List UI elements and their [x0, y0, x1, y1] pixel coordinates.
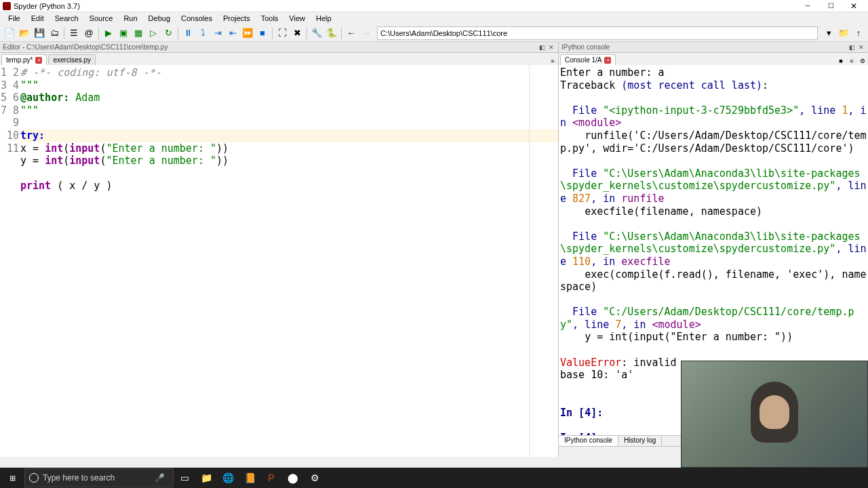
toolbar: 📄 📂 💾 🗂 ☰ @ ▶ ▣ ▦ ▷ ↻ ⏸ ⤵ ⇥ ⇤ ⏩ ■ ⛶ ✖ 🔧 …: [0, 24, 868, 42]
stop-icon[interactable]: ■: [256, 26, 269, 40]
path-dropdown-icon[interactable]: ▾: [822, 26, 835, 40]
menu-help[interactable]: Help: [311, 13, 337, 24]
editor-close-icon[interactable]: ✕: [547, 43, 555, 52]
search-placeholder: Type here to search: [43, 473, 115, 483]
editor-options-icon[interactable]: ◧: [538, 43, 546, 52]
console-stop-icon[interactable]: ■: [837, 57, 845, 65]
tab-browse-icon[interactable]: ≡: [549, 57, 557, 65]
forward-icon[interactable]: →: [359, 26, 373, 40]
tab-label: exercises.py: [53, 56, 91, 64]
spyder-taskbar-icon[interactable]: ⚙: [304, 468, 326, 488]
minimize-button[interactable]: ─: [799, 1, 816, 12]
maximize-button[interactable]: ☐: [822, 1, 840, 12]
menu-source[interactable]: Source: [84, 13, 119, 24]
tab-ipython-console[interactable]: IPython console: [559, 436, 618, 446]
titlebar: Spyder (Python 3.7) ─ ☐ ✕: [0, 0, 868, 12]
parent-dir-icon[interactable]: ↑: [852, 26, 865, 40]
new-file-icon[interactable]: 📄: [3, 26, 16, 40]
obs-icon[interactable]: ⬤: [282, 468, 304, 488]
tab-label: Console 1/A: [565, 56, 601, 64]
tab-console-1a[interactable]: Console 1/A ×: [560, 54, 616, 65]
tab-temp-py[interactable]: temp.py* ×: [1, 54, 47, 65]
run-selection-icon[interactable]: ▷: [146, 26, 160, 40]
code-area[interactable]: # -*- coding: utf-8 -*- """ @author: Ada…: [20, 65, 558, 457]
browse-dir-icon[interactable]: 📁: [837, 26, 850, 40]
windows-taskbar: ⊞ Type here to search 🎤 ▭ 📁 🌐 📙 P ⬤ ⚙: [0, 468, 868, 488]
sublime-icon[interactable]: 📙: [239, 468, 260, 488]
editor-tabs: temp.py* × exercises.py ≡: [0, 53, 558, 65]
line-gutter: 1 2 3 4 5 6 7 8 9 10 11: [0, 65, 20, 457]
webcam-overlay: [681, 361, 868, 468]
python-path-icon[interactable]: 🐍: [325, 26, 338, 40]
editor-pane-header: Editor - C:\Users\Adam\Desktop\CSC111\co…: [0, 42, 558, 53]
maximize-pane-icon[interactable]: ⛶: [275, 26, 289, 40]
ipython-pane-title: IPython console: [561, 43, 846, 51]
step-over-icon[interactable]: ⤵: [196, 26, 210, 40]
console-gear-icon[interactable]: ⚙: [859, 57, 867, 65]
menu-view[interactable]: View: [283, 13, 311, 24]
rerun-icon[interactable]: ↻: [161, 26, 175, 40]
run-cell-advance-icon[interactable]: ▦: [132, 26, 145, 40]
console-options-icon[interactable]: ≡: [848, 57, 856, 65]
menu-tools[interactable]: Tools: [256, 13, 284, 24]
editor-pane-title: Editor - C:\Users\Adam\Desktop\CSC111\co…: [3, 43, 536, 51]
open-file-icon[interactable]: 📂: [18, 26, 31, 40]
close-button[interactable]: ✕: [845, 1, 863, 12]
cortana-icon: [29, 473, 39, 483]
menu-search[interactable]: Search: [50, 13, 84, 24]
window-title: Spyder (Python 3.7): [14, 2, 799, 10]
powerpoint-icon[interactable]: P: [260, 468, 282, 488]
menu-consoles[interactable]: Consoles: [176, 13, 218, 24]
menu-debug[interactable]: Debug: [143, 13, 176, 24]
list-icon[interactable]: ☰: [67, 26, 81, 40]
menu-file[interactable]: File: [3, 13, 26, 24]
fullscreen-icon[interactable]: ✖: [290, 26, 304, 40]
chrome-icon[interactable]: 🌐: [217, 468, 239, 488]
file-explorer-icon[interactable]: 📁: [195, 468, 217, 488]
tab-close-icon[interactable]: ×: [35, 57, 42, 64]
menubar: File Edit Search Source Run Debug Consol…: [0, 12, 868, 24]
preferences-icon[interactable]: 🔧: [310, 26, 323, 40]
tab-exercises-py[interactable]: exercises.py: [48, 54, 96, 65]
continue-icon[interactable]: ⏩: [241, 26, 254, 40]
task-view-icon[interactable]: ▭: [174, 468, 195, 488]
start-button[interactable]: ⊞: [0, 468, 24, 488]
run-icon[interactable]: ▶: [102, 26, 115, 40]
app-icon: [3, 2, 11, 10]
save-icon[interactable]: 💾: [33, 26, 46, 40]
code-editor[interactable]: 1 2 3 4 5 6 7 8 9 10 11 # -*- coding: ut…: [0, 65, 558, 457]
debug-icon[interactable]: ⏸: [181, 26, 195, 40]
tab-history-log[interactable]: History log: [618, 436, 662, 446]
ipython-options-icon[interactable]: ◧: [848, 43, 856, 52]
step-into-icon[interactable]: ⇥: [211, 26, 224, 40]
back-icon[interactable]: ←: [344, 26, 358, 40]
mic-icon[interactable]: 🎤: [155, 473, 165, 483]
console-tabs: Console 1/A × ■ ≡ ⚙: [559, 53, 868, 65]
menu-run[interactable]: Run: [118, 13, 142, 24]
menu-projects[interactable]: Projects: [218, 13, 256, 24]
save-all-icon[interactable]: 🗂: [47, 26, 61, 40]
taskbar-search[interactable]: Type here to search 🎤: [24, 468, 174, 487]
ipython-pane-header: IPython console ◧ ✕: [559, 42, 868, 53]
run-cell-icon[interactable]: ▣: [117, 26, 130, 40]
working-dir-input[interactable]: C:\Users\Adam\Desktop\CSC111\core: [377, 26, 818, 40]
menu-edit[interactable]: Edit: [26, 13, 50, 24]
step-out-icon[interactable]: ⇤: [226, 26, 239, 40]
tab-label: temp.py*: [6, 56, 33, 64]
at-icon[interactable]: @: [82, 26, 96, 40]
ipython-close-icon[interactable]: ✕: [857, 43, 865, 52]
tab-close-icon[interactable]: ×: [604, 57, 611, 64]
